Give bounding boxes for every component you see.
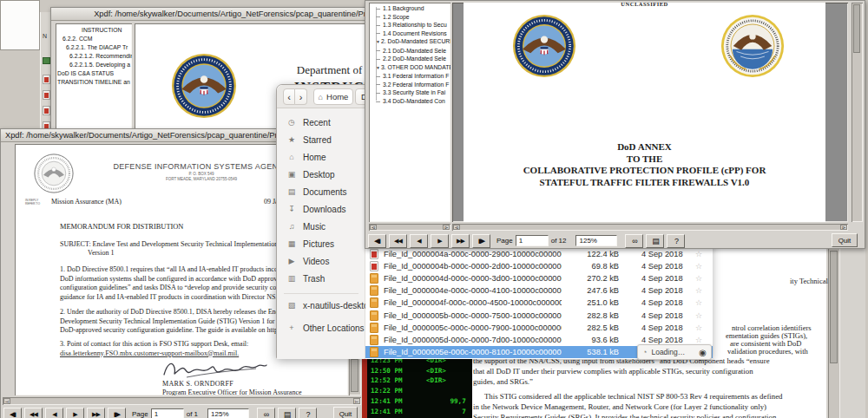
memo-email-link[interactable]: disa.letterkenny.FSO.mbx.customer-suppor… — [60, 349, 239, 357]
outline-item[interactable]: 1.1 Background — [369, 4, 450, 13]
star-toggle-icon[interactable]: ☆ — [695, 323, 702, 332]
star-toggle-icon[interactable]: ☆ — [695, 286, 702, 295]
agency-address: FORT MEADE, MARYLAND 20755-0549 — [97, 177, 306, 181]
forward-many-button[interactable]: ▶▶ — [451, 234, 470, 248]
next-page-button[interactable]: ▶ — [431, 234, 449, 248]
sidebar-item-home[interactable]: ⌂Home — [277, 149, 365, 165]
terminal-window[interactable]: 12:23 PM <DIR> 12:50 PM <DIR> 12:52 PM <… — [362, 354, 472, 418]
sidebar-item-other-locations[interactable]: +Other Locations — [277, 320, 365, 336]
zoom-select[interactable]: 125% — [575, 235, 617, 246]
outline-item[interactable]: 3.2 Federal Information F — [369, 81, 450, 89]
scroll-right-cap[interactable]: ⊳ — [840, 225, 847, 230]
sidebar-item-downloads[interactable]: ↧Downloads — [277, 201, 365, 217]
terminal-line: 12:41 PM 99,7 — [371, 396, 466, 407]
sidebar-item-desktop[interactable]: ▣Desktop — [277, 167, 365, 182]
find-button[interactable]: ∞ — [257, 408, 275, 418]
zoom-select[interactable]: 125% — [207, 408, 249, 418]
star-toggle-icon[interactable]: ☆ — [695, 298, 702, 307]
outline-item[interactable]: 3.4 DoD-Mandated Con — [369, 97, 450, 106]
memo-paragraph-line: 1. DoD Directive 8500.1 requires that “a… — [60, 265, 298, 273]
scroll-right-cap[interactable]: ⊢ — [353, 398, 360, 404]
print-button[interactable]: ▤ — [278, 408, 296, 418]
vertical-scrollbar[interactable] — [852, 3, 863, 222]
horizontal-scrollbar[interactable]: ⊣ ⊢ — [3, 397, 361, 405]
stop-operation-icon[interactable]: ◉ — [699, 348, 707, 357]
collapse-caret-icon[interactable]: ▼ — [376, 39, 380, 44]
star-toggle-icon[interactable]: ☆ — [695, 311, 702, 320]
outline-pane[interactable]: 1.1 Background 1.2 Scope 1.3 Relationshi… — [369, 3, 450, 222]
loading-popup[interactable]: ◔ Loading… ◉ — [637, 344, 712, 360]
outline-item[interactable]: 2.1 DoD-Mandated Sele — [369, 47, 450, 56]
outline-item[interactable]: 3.3 Security State in Fai — [369, 88, 450, 97]
next-page-button[interactable]: ▶ — [66, 408, 84, 418]
forward-many-button[interactable]: ▶▶ — [87, 408, 105, 418]
file-row[interactable]: File_Id_0000004b-000c-0000-2d00-10000c00… — [365, 260, 713, 272]
disa-seal — [720, 14, 785, 78]
star-toggle-icon[interactable]: ☆ — [695, 250, 702, 258]
star-toggle-icon[interactable]: ☆ — [695, 262, 702, 271]
scroll-left-cap[interactable]: ⊲ — [453, 225, 460, 230]
file-row[interactable]: File_Id_0000005b-000c-0000-7500-10000c00… — [365, 309, 713, 321]
sidebar-item-pictures[interactable]: ▦Pictures — [277, 236, 365, 251]
outline-item[interactable]: 1.2 Scope — [369, 13, 450, 22]
outline-horizontal-scrollbar[interactable]: ⊲ ⊳ — [369, 224, 450, 231]
path-button-home[interactable]: ⌂ Home — [313, 88, 353, 105]
quit-button[interactable]: Quit — [333, 407, 358, 418]
outline-item[interactable]: INSTRUCTION — [56, 26, 132, 35]
help-button[interactable]: ? — [299, 408, 317, 418]
terminal-scrollbar[interactable] — [362, 354, 367, 418]
outline-item[interactable]: TRANSITION TIMELINE an — [56, 78, 132, 87]
prev-page-button[interactable]: ◀ — [410, 234, 428, 248]
find-button[interactable]: ∞ — [625, 234, 643, 248]
star-toggle-icon[interactable]: ☆ — [695, 274, 702, 283]
outline-item[interactable]: DoD IS C&A STATUS — [56, 69, 132, 78]
file-row[interactable]: File_Id_0000004f-000c-0000-4500-10000c00… — [365, 297, 713, 309]
outline-item[interactable]: 6.2.2.1. The DIACAP Tr — [56, 43, 132, 52]
sidebar-item-documents[interactable]: ▤Documents — [277, 184, 365, 199]
vertical-scrollbar[interactable] — [828, 244, 840, 418]
outline-item[interactable]: 1.4 Document Revisions — [369, 29, 450, 38]
first-page-button[interactable]: ◀▮ — [368, 234, 386, 248]
scroll-left-cap[interactable]: ⊲ — [370, 225, 377, 230]
memo-paragraph-line: 2. Under the authority of DoD Directive … — [60, 308, 299, 316]
sidebar-item-videos[interactable]: ▶Videos — [277, 253, 365, 269]
outline-item[interactable]: ▼3. OTHER DOD MANDATE — [369, 63, 450, 73]
back-button[interactable]: ‹ — [283, 88, 295, 105]
forward-button[interactable]: › — [295, 88, 307, 105]
star-toggle-icon[interactable]: ☆ — [695, 336, 702, 344]
sidebar-item-music[interactable]: ♫Music — [277, 219, 365, 234]
scroll-right-cap[interactable]: ⊳ — [443, 225, 450, 230]
outline-item[interactable]: 6.2.2. CCM — [56, 35, 132, 43]
sidebar-item-starred[interactable]: ★Starred — [277, 132, 365, 147]
xpdf-toolbar: ◀▮ ◀◀ ◀ ▶ ▶▶ ▮▶ Page 1 of 1 125% ∞ ▤ ? — [3, 407, 317, 418]
file-row[interactable]: File_Id_0000004d-000c-0000-3d00-10000c00… — [365, 272, 713, 284]
outline-item[interactable]: 2.2 DoD-Mandated Sele — [369, 55, 450, 63]
sidebar-item-recent[interactable]: ◷Recent — [277, 114, 365, 130]
first-page-button[interactable]: ◀▮ — [3, 408, 22, 418]
collapse-caret-icon[interactable]: ▼ — [376, 65, 380, 70]
sidebar-item-trash[interactable]: ▥Trash — [277, 271, 365, 286]
outline-item[interactable]: 1.3 Relationship to Secu — [369, 21, 450, 29]
pdf-file-icon — [43, 106, 50, 115]
back-many-button[interactable]: ◀◀ — [24, 408, 43, 418]
page-number-input[interactable]: 1 — [151, 408, 184, 418]
prev-page-button[interactable]: ◀ — [45, 408, 63, 418]
print-button[interactable]: ▤ — [646, 234, 664, 248]
recent-icon: ◷ — [286, 118, 297, 127]
outline-item[interactable]: ▼2. DoD-Mandated SECURI — [369, 37, 450, 47]
page-number-input[interactable]: 1 — [516, 235, 549, 246]
sidebar-item-nautilus-desktop[interactable]: ▧x-nautilus-deskto… — [277, 297, 365, 313]
last-page-button[interactable]: ▮▶ — [472, 234, 490, 248]
outline-item[interactable]: 6.2.2.1.5. Developing a — [56, 61, 132, 69]
quit-button[interactable]: Quit — [832, 233, 858, 247]
last-page-button[interactable]: ▮▶ — [108, 408, 126, 418]
outline-item[interactable]: 6.2.2.1.2. Recommendin — [56, 52, 132, 61]
file-row[interactable]: File_Id_0000005c-000c-0000-7900-10000c00… — [365, 322, 713, 334]
help-button[interactable]: ? — [667, 234, 685, 248]
outline-item[interactable]: 3.1 Federal Information F — [369, 72, 450, 81]
back-many-button[interactable]: ◀◀ — [389, 234, 407, 248]
horizontal-scrollbar[interactable]: ⊲ ⊳ — [452, 224, 848, 231]
scroll-left-cap[interactable]: ⊣ — [3, 398, 10, 404]
file-row[interactable]: File_Id_0000004a-000c-0000-2900-10000c00… — [365, 248, 713, 260]
file-row[interactable]: File_Id_0000004e-000c-0000-4100-10000c00… — [365, 284, 713, 297]
